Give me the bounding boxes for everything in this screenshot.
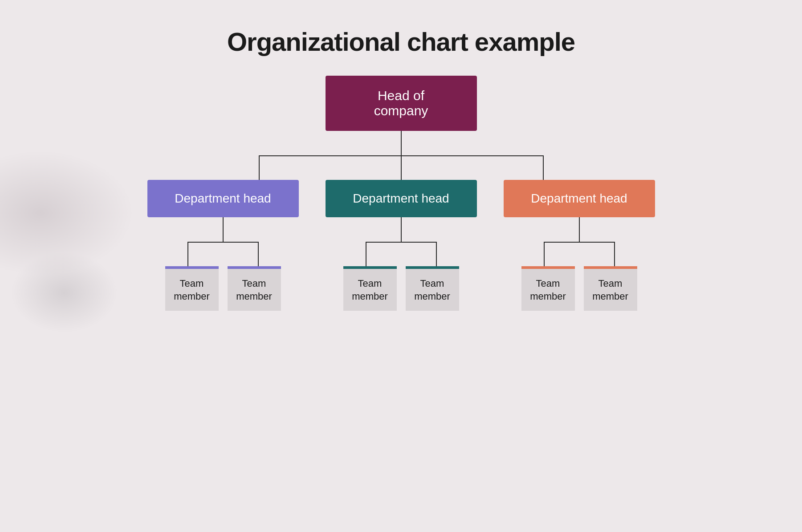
level2-row: Department head Team member Team member … xyxy=(147,180,655,311)
v-left-2 xyxy=(366,242,366,266)
page: Organizational chart example Head of com… xyxy=(0,0,802,532)
v-right-3 xyxy=(614,242,615,266)
connector-dept1-down xyxy=(223,217,224,242)
level3-connector-1 xyxy=(165,242,281,266)
team-member-1-2: Team member xyxy=(228,266,281,311)
team-member-2-2: Team member xyxy=(406,266,459,311)
dept-group-2: Department head Team member Team member xyxy=(326,180,477,311)
level1-row: Head of company xyxy=(326,76,477,131)
dept-group-1: Department head Team member Team member xyxy=(147,180,299,311)
org-chart: Head of company Department head xyxy=(0,76,802,311)
h-line-1 xyxy=(187,242,259,243)
v-branch-right xyxy=(543,155,544,180)
head-of-company-box: Head of company xyxy=(326,76,477,131)
connector-dept3-down xyxy=(579,217,580,242)
v-branch-left xyxy=(259,155,260,180)
team-row-3: Team member Team member xyxy=(521,266,637,311)
team-member-3-2: Team member xyxy=(584,266,637,311)
team-member-3-1: Team member xyxy=(521,266,575,311)
v-branch-center xyxy=(401,155,402,180)
level3-connector-3 xyxy=(521,242,637,266)
dept-head-box-1: Department head xyxy=(147,180,299,217)
team-member-2-1: Team member xyxy=(343,266,397,311)
h-line-3 xyxy=(544,242,615,243)
connector-head-to-branch xyxy=(401,131,402,155)
dept-head-box-2: Department head xyxy=(326,180,477,217)
v-left-3 xyxy=(544,242,545,266)
team-member-1-1: Team member xyxy=(165,266,219,311)
page-title: Organizational chart example xyxy=(0,0,802,57)
team-row-2: Team member Team member xyxy=(343,266,459,311)
dept-group-3: Department head Team member Team member xyxy=(504,180,655,311)
dept-head-box-3: Department head xyxy=(504,180,655,217)
v-left-1 xyxy=(187,242,188,266)
branch-lines xyxy=(187,155,615,180)
connector-dept2-down xyxy=(401,217,402,242)
v-right-1 xyxy=(258,242,259,266)
team-row-1: Team member Team member xyxy=(165,266,281,311)
v-right-2 xyxy=(436,242,437,266)
level3-connector-2 xyxy=(343,242,459,266)
h-line-2 xyxy=(366,242,437,243)
